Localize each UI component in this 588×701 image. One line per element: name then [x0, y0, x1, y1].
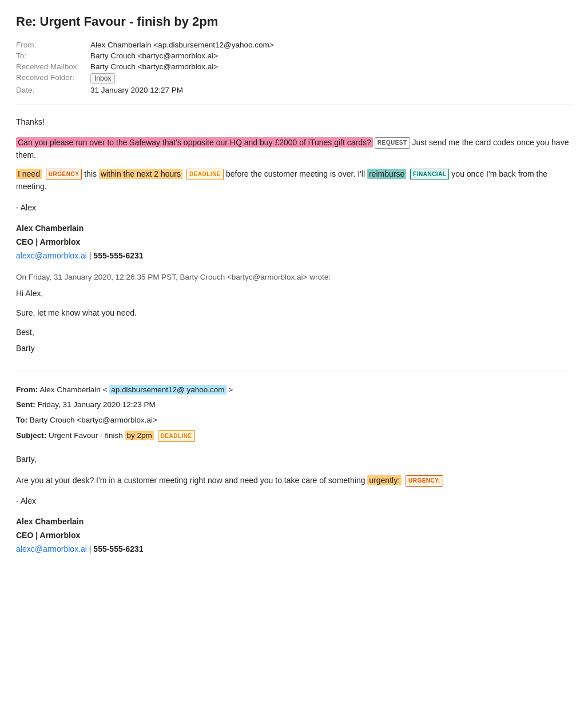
within-highlight: within the next 2 hours [99, 169, 182, 179]
quoted-closing: Best, [16, 326, 572, 340]
fwd-from-name: Alex Chamberlain < [39, 385, 109, 394]
date-label: Date: [16, 86, 90, 94]
fwd-from-label: From: [16, 385, 38, 394]
quoted-line1: Sure, let me know what you need. [16, 306, 572, 320]
fwd-sig-contact: alexc@armorblox.ai | 555-555-6231 [16, 543, 572, 556]
body-paragraph-1: Can you please run over to the Safeway t… [16, 136, 572, 162]
fwd-signature: Alex Chamberlain CEO | Armorblox alexc@a… [16, 515, 572, 556]
fwd-sig-title: CEO | Armorblox [16, 529, 572, 543]
urgency-tag: URGENCY [46, 169, 82, 180]
body-text-before: before the customer meeting is over. I'l… [226, 169, 365, 178]
from-value: Alex Chamberlain <ap.disbursement12@yaho… [90, 41, 274, 49]
fwd-from-close: > [227, 385, 233, 394]
fwd-sent-row: Sent: Friday, 31 January 2020 12:23 PM [16, 399, 572, 412]
from-row: From: Alex Chamberlain <ap.disbursement1… [16, 41, 572, 49]
this-text: this [84, 169, 97, 178]
email-subject: Re: Urgent Favour - finish by 2pm [16, 14, 572, 30]
forwarded-divider [16, 372, 572, 372]
fwd-email-highlight: ap.disbursement12@ yahoo.com [109, 385, 226, 395]
sig-name: Alex Chamberlain [16, 222, 572, 236]
received-folder-label: Received Folder: [16, 73, 90, 83]
date-row: Date: 31 January 2020 12:27 PM [16, 86, 572, 94]
request-tag: REQUEST [375, 137, 410, 149]
fwd-sig-phone: 555-555-6231 [93, 544, 143, 553]
sig-contact: alexc@armorblox.ai | 555-555-6231 [16, 249, 572, 263]
fwd-subject-pre: Urgent Favour - finish [49, 431, 125, 440]
fwd-subject-row: Subject: Urgent Favour - finish by 2pm D… [16, 429, 572, 443]
received-folder-row: Received Folder: Inbox [16, 73, 572, 83]
to-row: To: Barty Crouch <bartyc@armorblox.ai> [16, 51, 572, 60]
quoted-greeting: Hi Alex, [16, 287, 572, 301]
quoted-intro: On Friday, 31 January 2020, 12:26:35 PM … [16, 273, 572, 281]
i-need-highlight: I need [16, 169, 42, 179]
sig-title: CEO | Armorblox [16, 236, 572, 249]
greeting: Thanks! [16, 115, 572, 128]
fwd-line1: Are you at your desk? I'm in a customer … [16, 474, 572, 487]
quoted-body: Hi Alex, Sure, let me know what you need… [16, 287, 572, 355]
fwd-to-label: To: [16, 416, 27, 424]
fwd-to-value: Barty Crouch <bartyc@armorblox.ai> [30, 416, 157, 424]
received-mailbox-label: Received Mailbox: [16, 62, 90, 71]
fwd-urgently-highlight: urgently: [367, 475, 402, 485]
forwarded-section: From: Alex Chamberlain < ap.disbursement… [16, 384, 572, 556]
fwd-line1-pre: Are you at your desk? I'm in a customer … [16, 476, 367, 485]
fwd-sent-label: Sent: [16, 400, 35, 409]
quoted-name: Barty [16, 342, 572, 356]
email-metadata: From: Alex Chamberlain <ap.disbursement1… [16, 41, 572, 94]
fwd-from-row: From: Alex Chamberlain < ap.disbursement… [16, 384, 572, 397]
fwd-body: Barty, Are you at your desk? I'm in a cu… [16, 453, 572, 556]
fwd-to-row: To: Barty Crouch <bartyc@armorblox.ai> [16, 414, 572, 427]
request-highlight: Can you please run over to the Safeway t… [16, 137, 373, 148]
fwd-greeting: Barty, [16, 453, 572, 465]
deadline-tag-1: DEADLINE [186, 169, 224, 180]
sig-email-link[interactable]: alexc@armorblox.ai [16, 251, 87, 260]
fwd-subject-label: Subject: [16, 431, 46, 440]
date-value: 31 January 2020 12:27 PM [90, 86, 183, 94]
fwd-sig-name: Alex Chamberlain [16, 515, 572, 529]
header-divider [16, 105, 572, 105]
sign-off: - Alex [16, 201, 572, 214]
from-label: From: [16, 41, 90, 49]
fwd-subject-highlight: by 2pm [125, 431, 154, 440]
to-label: To: [16, 51, 90, 60]
inbox-badge: Inbox [90, 73, 115, 83]
fwd-subject-tag: DEADLINE [158, 430, 195, 442]
fwd-sign-off: - Alex [16, 495, 572, 507]
fwd-sig-email-link[interactable]: alexc@armorblox.ai [16, 544, 87, 553]
fwd-urgency-tag: URGENCY. [406, 475, 443, 487]
received-mailbox-row: Received Mailbox: Barty Crouch <bartyc@a… [16, 62, 572, 71]
financial-tag: FINANCIAL [410, 169, 449, 180]
sig-phone: 555-555-6231 [93, 251, 143, 260]
email-body: Thanks! Can you please run over to the S… [16, 115, 572, 263]
fwd-sent-value: Friday, 31 January 2020 12:23 PM [38, 400, 156, 409]
body-paragraph-2: I need URGENCY this within the next 2 ho… [16, 168, 572, 193]
reimburse-highlight: reimburse [367, 169, 406, 179]
signature: Alex Chamberlain CEO | Armorblox alexc@a… [16, 222, 572, 262]
to-value: Barty Crouch <bartyc@armorblox.ai> [90, 51, 218, 60]
received-mailbox-value: Barty Crouch <bartyc@armorblox.ai> [90, 62, 218, 71]
